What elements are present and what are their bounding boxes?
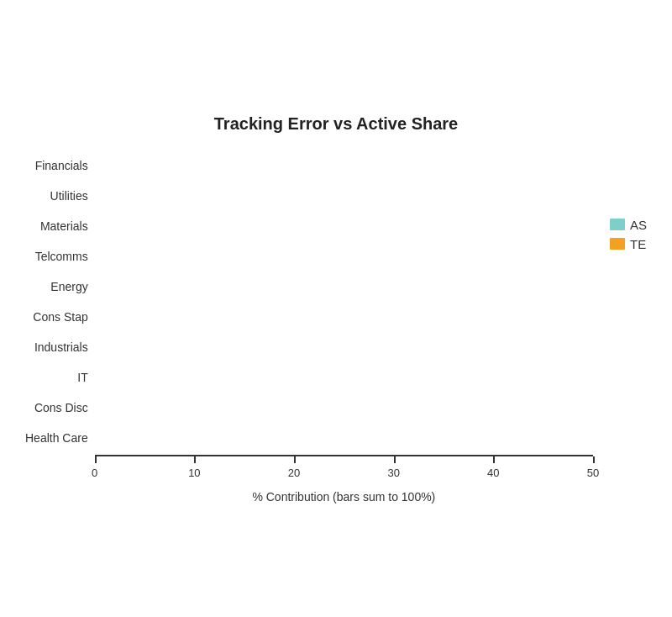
x-tick-label: 40: [487, 467, 499, 479]
legend-swatch: [610, 238, 625, 250]
x-tick-mark: [95, 456, 97, 463]
x-tick-label: 0: [92, 467, 97, 479]
bar-row: [95, 211, 593, 241]
y-labels: FinancialsUtilitiesMaterialsTelcommsEner…: [25, 150, 95, 453]
y-label: Industrials: [34, 332, 88, 362]
x-tick-mark: [194, 456, 196, 463]
y-label: Health Care: [25, 423, 88, 453]
bar-row: [95, 302, 593, 332]
bar-row: [95, 393, 593, 423]
bar-row: [95, 423, 593, 453]
y-label: Cons Stap: [33, 302, 87, 332]
chart-title: Tracking Error vs Active Share: [25, 114, 647, 134]
bar-row: [95, 241, 593, 272]
legend-label: AS: [630, 218, 647, 232]
x-tick-mark: [493, 456, 495, 463]
legend-label: TE: [630, 237, 646, 251]
x-tick-label: 50: [587, 467, 599, 479]
y-label: IT: [77, 362, 87, 393]
legend: ASTE: [610, 218, 647, 251]
y-label: Financials: [35, 150, 88, 181]
x-tick-label: 20: [288, 467, 300, 479]
legend-swatch: [610, 219, 625, 230]
bar-row: [95, 181, 593, 211]
x-tick-mark: [593, 456, 595, 463]
legend-item: TE: [610, 237, 647, 251]
y-label: Energy: [50, 272, 87, 302]
x-axis-label: % Contribution (bars sum to 100%): [95, 490, 593, 504]
x-tick-mark: [394, 456, 396, 463]
x-tick-label: 10: [188, 467, 200, 479]
chart-container: Tracking Error vs Active Share Financial…: [17, 98, 655, 520]
x-tick-label: 30: [387, 467, 399, 479]
chart-area: FinancialsUtilitiesMaterialsTelcommsEner…: [25, 150, 647, 504]
y-label: Cons Disc: [34, 393, 88, 423]
bars-section: [95, 150, 593, 453]
bar-row: [95, 272, 593, 302]
bar-row: [95, 332, 593, 362]
y-label: Telcomms: [35, 241, 88, 272]
bar-row: [95, 150, 593, 181]
bar-row: [95, 362, 593, 393]
bars-and-axis: 01020304050 % Contribution (bars sum to …: [95, 150, 593, 504]
x-tick-mark: [294, 456, 296, 463]
legend-item: AS: [610, 218, 647, 232]
y-label: Materials: [40, 211, 88, 241]
y-label: Utilities: [50, 181, 88, 211]
